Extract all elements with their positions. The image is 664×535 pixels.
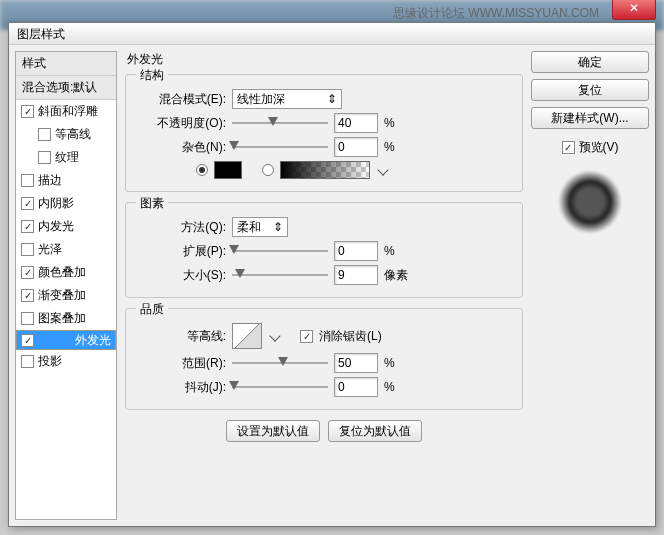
jitter-input[interactable]: [334, 377, 378, 397]
checkbox-icon[interactable]: ✓: [21, 266, 34, 279]
opacity-label: 不透明度(O):: [136, 115, 226, 132]
sidebar-item-texture[interactable]: 纹理: [16, 146, 116, 169]
checkbox-icon[interactable]: [38, 128, 51, 141]
unit-percent: %: [384, 356, 395, 370]
updown-icon: ⇕: [327, 92, 337, 106]
sidebar-blending-options[interactable]: 混合选项:默认: [16, 76, 116, 100]
make-default-button[interactable]: 设置为默认值: [226, 420, 320, 442]
gradient-radio[interactable]: [262, 164, 274, 176]
sidebar-item-contour[interactable]: 等高线: [16, 123, 116, 146]
dropdown-icon[interactable]: [269, 330, 280, 341]
updown-icon: ⇕: [273, 220, 283, 234]
unit-percent: %: [384, 116, 395, 130]
noise-input[interactable]: [334, 137, 378, 157]
sidebar-header-styles[interactable]: 样式: [16, 52, 116, 76]
checkbox-icon[interactable]: [38, 151, 51, 164]
unit-percent: %: [384, 380, 395, 394]
sidebar-item-inner-shadow[interactable]: ✓内阴影: [16, 192, 116, 215]
styles-sidebar: 样式 混合选项:默认 ✓斜面和浮雕 等高线 纹理 描边 ✓内阴影 ✓内发光 光泽…: [15, 51, 117, 520]
technique-select[interactable]: 柔和⇕: [232, 217, 288, 237]
dialog-title: 图层样式: [9, 23, 655, 45]
preview-thumbnail: [558, 170, 622, 234]
sidebar-item-drop-shadow[interactable]: 投影: [16, 350, 116, 373]
checkbox-icon[interactable]: [21, 174, 34, 187]
sidebar-item-satin[interactable]: 光泽: [16, 238, 116, 261]
technique-label: 方法(Q):: [136, 219, 226, 236]
range-input[interactable]: [334, 353, 378, 373]
checkbox-icon[interactable]: [21, 312, 34, 325]
quality-group: 品质 等高线: ✓ 消除锯齿(L) 范围(R): % 抖动(J): %: [125, 308, 523, 410]
color-radio[interactable]: [196, 164, 208, 176]
noise-slider[interactable]: [232, 139, 328, 155]
sidebar-item-inner-glow[interactable]: ✓内发光: [16, 215, 116, 238]
sidebar-item-outer-glow[interactable]: ✓外发光: [16, 330, 116, 350]
effect-title: 外发光: [127, 51, 523, 68]
size-input[interactable]: [334, 265, 378, 285]
group-label-quality: 品质: [136, 301, 168, 318]
antialias-label: 消除锯齿(L): [319, 328, 382, 345]
noise-label: 杂色(N):: [136, 139, 226, 156]
range-label: 范围(R):: [136, 355, 226, 372]
checkbox-icon[interactable]: ✓: [21, 197, 34, 210]
jitter-label: 抖动(J):: [136, 379, 226, 396]
layer-style-dialog: 图层样式 样式 混合选项:默认 ✓斜面和浮雕 等高线 纹理 描边 ✓内阴影 ✓内…: [8, 22, 656, 527]
blend-mode-select[interactable]: 线性加深⇕: [232, 89, 342, 109]
unit-percent: %: [384, 140, 395, 154]
antialias-checkbox[interactable]: ✓: [300, 330, 313, 343]
new-style-button[interactable]: 新建样式(W)...: [531, 107, 649, 129]
sidebar-item-gradient-overlay[interactable]: ✓渐变叠加: [16, 284, 116, 307]
preview-label: 预览(V): [579, 139, 619, 156]
checkbox-icon[interactable]: [21, 355, 34, 368]
group-label-structure: 结构: [136, 67, 168, 84]
size-label: 大小(S):: [136, 267, 226, 284]
sidebar-item-bevel[interactable]: ✓斜面和浮雕: [16, 100, 116, 123]
spread-slider[interactable]: [232, 243, 328, 259]
spread-input[interactable]: [334, 241, 378, 261]
contour-picker[interactable]: [232, 323, 262, 349]
watermark-text: 思缘设计论坛 WWW.MISSYUAN.COM: [393, 6, 599, 20]
glow-gradient-swatch[interactable]: [280, 161, 370, 179]
main-panel: 外发光 结构 混合模式(E): 线性加深⇕ 不透明度(O): % 杂色(N): …: [125, 51, 523, 520]
jitter-slider[interactable]: [232, 379, 328, 395]
opacity-input[interactable]: [334, 113, 378, 133]
sidebar-item-pattern-overlay[interactable]: 图案叠加: [16, 307, 116, 330]
checkbox-icon[interactable]: ✓: [21, 105, 34, 118]
window-close-button[interactable]: ✕: [612, 0, 656, 20]
checkbox-icon[interactable]: ✓: [21, 334, 34, 347]
checkbox-icon[interactable]: ✓: [21, 289, 34, 302]
right-panel: 确定 复位 新建样式(W)... ✓预览(V): [531, 51, 649, 520]
cancel-button[interactable]: 复位: [531, 79, 649, 101]
spread-label: 扩展(P):: [136, 243, 226, 260]
unit-percent: %: [384, 244, 395, 258]
sidebar-item-stroke[interactable]: 描边: [16, 169, 116, 192]
ok-button[interactable]: 确定: [531, 51, 649, 73]
opacity-slider[interactable]: [232, 115, 328, 131]
range-slider[interactable]: [232, 355, 328, 371]
dropdown-icon[interactable]: [377, 164, 388, 175]
sidebar-item-color-overlay[interactable]: ✓颜色叠加: [16, 261, 116, 284]
size-slider[interactable]: [232, 267, 328, 283]
glow-color-swatch[interactable]: [214, 161, 242, 179]
blend-mode-label: 混合模式(E):: [136, 91, 226, 108]
preview-checkbox[interactable]: ✓: [562, 141, 575, 154]
checkbox-icon[interactable]: [21, 243, 34, 256]
elements-group: 图素 方法(Q): 柔和⇕ 扩展(P): % 大小(S): 像素: [125, 202, 523, 298]
structure-group: 结构 混合模式(E): 线性加深⇕ 不透明度(O): % 杂色(N): %: [125, 74, 523, 192]
contour-label: 等高线:: [136, 328, 226, 345]
group-label-elements: 图素: [136, 195, 168, 212]
reset-default-button[interactable]: 复位为默认值: [328, 420, 422, 442]
unit-px: 像素: [384, 267, 408, 284]
checkbox-icon[interactable]: ✓: [21, 220, 34, 233]
